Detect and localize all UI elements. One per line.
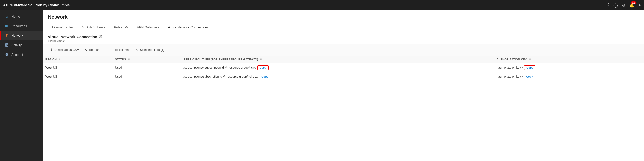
table-wrapper: REGION ⇅ STATUS ⇅ PEER CIRCUIT URI (FOR … bbox=[43, 56, 644, 161]
topbar-icons: ? ◯ ⚙ 🔔 152 ● bbox=[607, 3, 641, 8]
sidebar-item-network[interactable]: Network bbox=[0, 31, 43, 40]
notification-badge: 152 bbox=[631, 1, 636, 4]
sort-peer-icon[interactable]: ⇅ bbox=[260, 58, 262, 61]
download-icon: ⇓ bbox=[50, 48, 53, 52]
sidebar-item-home-label: Home bbox=[11, 15, 20, 18]
columns-icon: ⊞ bbox=[109, 48, 111, 52]
table-row: West US Used /subscriptions/<subscriptio… bbox=[43, 63, 644, 72]
sidebar-item-activity[interactable]: Activity bbox=[0, 40, 43, 50]
copy-auth-key-2-button[interactable]: Copy bbox=[524, 75, 535, 79]
bell-icon[interactable]: 🔔 152 bbox=[629, 3, 634, 8]
sidebar-item-activity-label: Activity bbox=[11, 43, 22, 47]
connections-table: REGION ⇅ STATUS ⇅ PEER CIRCUIT URI (FOR … bbox=[43, 56, 644, 81]
tabs-bar: Firewall Tables VLANs/Subnets Public IPs… bbox=[48, 23, 639, 31]
sidebar-item-resources-label: Resources bbox=[11, 24, 27, 28]
copy-peer-uri-2-button[interactable]: Copy bbox=[259, 75, 270, 79]
topbar: Azure VMware Solution by CloudSimple ? ◯… bbox=[0, 0, 644, 10]
cell-status-1: Used bbox=[112, 63, 181, 72]
refresh-icon: ↻ bbox=[85, 48, 88, 52]
content-area: Network Firewall Tables VLANs/Subnets Pu… bbox=[43, 10, 644, 161]
tab-firewall[interactable]: Firewall Tables bbox=[48, 23, 78, 31]
cell-region-2: West US bbox=[43, 72, 112, 81]
col-auth-key: AUTHORIZATION KEY ⇅ bbox=[494, 56, 644, 63]
selected-filters-button[interactable]: ▽ Selected filters (1) bbox=[134, 47, 167, 53]
sidebar: ⌂ Home ⊞ Resources Network bbox=[0, 10, 43, 161]
toolbar-divider bbox=[104, 47, 104, 52]
copy-auth-key-1-button[interactable]: Copy bbox=[524, 65, 535, 70]
cell-auth-key-1: <authorization key> Copy bbox=[494, 63, 644, 72]
filter-icon: ▽ bbox=[136, 48, 139, 52]
tab-vlans[interactable]: VLANs/Subnets bbox=[78, 23, 110, 31]
download-csv-button[interactable]: ⇓ Download as CSV bbox=[48, 47, 81, 53]
table-header-row: REGION ⇅ STATUS ⇅ PEER CIRCUIT URI (FOR … bbox=[43, 56, 644, 63]
info-icon[interactable]: ⓘ bbox=[99, 34, 102, 39]
profile-icon[interactable]: ● bbox=[638, 3, 641, 7]
toolbar: ⇓ Download as CSV ↻ Refresh ⊞ Edit colum… bbox=[43, 44, 644, 56]
account-icon: ⚙ bbox=[4, 52, 9, 57]
sidebar-item-account-label: Account bbox=[11, 53, 23, 57]
network-icon bbox=[4, 33, 9, 38]
activity-icon bbox=[4, 43, 9, 47]
cell-peer-uri-1: /subscriptions/<subscription id>/<resour… bbox=[181, 63, 494, 72]
svg-point-1 bbox=[6, 34, 7, 35]
section-subtitle: CloudSimple bbox=[48, 39, 639, 43]
home-icon: ⌂ bbox=[4, 14, 9, 19]
page-header: Network Firewall Tables VLANs/Subnets Pu… bbox=[43, 10, 644, 31]
edit-columns-button[interactable]: ⊞ Edit columns bbox=[106, 47, 133, 53]
col-region: REGION ⇅ bbox=[43, 56, 112, 63]
sort-auth-icon[interactable]: ⇅ bbox=[529, 58, 531, 61]
sidebar-item-home[interactable]: ⌂ Home bbox=[0, 12, 43, 21]
svg-rect-4 bbox=[5, 44, 8, 46]
tab-azure-network-connections[interactable]: Azure Network Connections bbox=[164, 23, 213, 32]
settings-icon[interactable]: ⚙ bbox=[622, 3, 625, 8]
cell-peer-uri-2: /subscriptions/subscription id>/<resourc… bbox=[181, 72, 494, 81]
page-title: Network bbox=[48, 14, 639, 20]
sort-status-icon[interactable]: ⇅ bbox=[128, 58, 130, 61]
col-status: STATUS ⇅ bbox=[112, 56, 181, 63]
sidebar-item-resources[interactable]: ⊞ Resources bbox=[0, 21, 43, 31]
cell-status-2: Used bbox=[112, 72, 181, 81]
table-row: West US Used /subscriptions/subscription… bbox=[43, 72, 644, 81]
sort-region-icon[interactable]: ⇅ bbox=[59, 58, 61, 61]
tab-publicips[interactable]: Public IPs bbox=[110, 23, 133, 31]
user-circle-icon[interactable]: ◯ bbox=[613, 3, 618, 8]
help-icon[interactable]: ? bbox=[607, 3, 609, 7]
resources-icon: ⊞ bbox=[4, 24, 9, 28]
app-title: Azure VMware Solution by CloudSimple bbox=[3, 3, 607, 7]
main-layout: ⌂ Home ⊞ Resources Network bbox=[0, 10, 644, 161]
copy-peer-uri-1-button[interactable]: Copy bbox=[257, 65, 269, 70]
tab-vpngateways[interactable]: VPN Gateways bbox=[133, 23, 163, 31]
col-peer-circuit-uri: PEER CIRCUIT URI (FOR EXPRESSROUTE GATEW… bbox=[181, 56, 494, 63]
cell-region-1: West US bbox=[43, 63, 112, 72]
refresh-button[interactable]: ↻ Refresh bbox=[82, 47, 102, 53]
sub-header: Virtual Network Connection ⓘ CloudSimple bbox=[43, 31, 644, 44]
cell-auth-key-2: <authorization key> Copy bbox=[494, 72, 644, 81]
sidebar-item-account[interactable]: ⚙ Account bbox=[0, 50, 43, 59]
section-title: Virtual Network Connection ⓘ bbox=[48, 34, 639, 39]
sidebar-item-network-label: Network bbox=[11, 34, 23, 37]
